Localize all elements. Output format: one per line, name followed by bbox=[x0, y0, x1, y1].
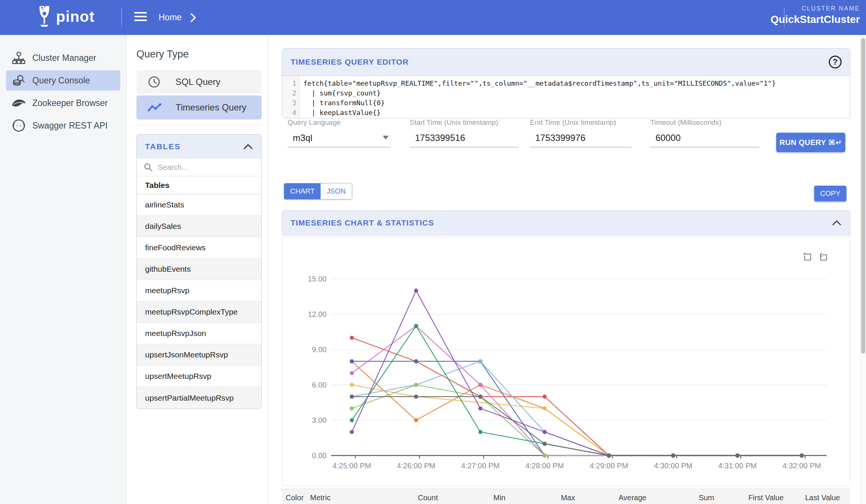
vertical-scrollbar[interactable] bbox=[860, 35, 866, 504]
end-time-input[interactable]: 1753399976 bbox=[530, 133, 631, 143]
table-row[interactable]: meetupRsvpJson bbox=[137, 323, 261, 344]
breadcrumb: Home bbox=[159, 0, 197, 35]
end-time-field: End Time (Unix timestamp) 1753399976 bbox=[530, 118, 631, 147]
query-type-sql[interactable]: SQL Query bbox=[136, 70, 262, 94]
logo-text: pinot bbox=[56, 8, 95, 25]
tables-column-header: Tables bbox=[137, 176, 261, 194]
timeout-input[interactable]: 60000 bbox=[650, 133, 759, 143]
svg-text:12.00: 12.00 bbox=[308, 310, 327, 318]
tables-card-header[interactable]: TABLES bbox=[137, 135, 261, 159]
svg-text:6.00: 6.00 bbox=[312, 381, 327, 389]
search-icon bbox=[144, 163, 153, 172]
help-icon[interactable]: ? bbox=[829, 56, 842, 68]
svg-text:4:27:00 PM: 4:27:00 PM bbox=[461, 462, 500, 470]
timeseries-chart-icon bbox=[148, 103, 161, 112]
table-row[interactable]: upsertJsonMeetupRsvp bbox=[137, 344, 261, 366]
query-console-icon bbox=[11, 73, 26, 88]
tables-list: airlineStatsdailySalesfineFoodReviewsgit… bbox=[137, 194, 261, 409]
timeout-label: Timeout (Milliseconds) bbox=[650, 118, 759, 127]
statistics-table-header: ColorMetricCountMinMaxAverageSumFirst Va… bbox=[282, 489, 850, 504]
stats-column-header: Color bbox=[282, 493, 306, 502]
wine-glass-icon bbox=[36, 5, 53, 28]
breadcrumb-home-link[interactable]: Home bbox=[159, 12, 182, 23]
tables-title: TABLES bbox=[145, 142, 180, 151]
sidebar-item-label: Query Console bbox=[32, 76, 90, 86]
run-query-button[interactable]: RUN QUERY ⌘↵ bbox=[776, 133, 845, 152]
table-row[interactable]: githubEvents bbox=[137, 259, 261, 280]
results-title: TIMESERIES CHART & STATISTICS bbox=[291, 218, 434, 227]
sidebar-item-query-console[interactable]: Query Console bbox=[6, 70, 120, 91]
pinot-logo[interactable]: pinot bbox=[36, 5, 95, 28]
scrollbar-thumb[interactable] bbox=[861, 38, 865, 354]
menu-icon[interactable] bbox=[134, 12, 147, 23]
code-line: | keepLastValue{} bbox=[303, 108, 776, 118]
pinot-app: pinot Home CLUSTER NAME QuickStartCluste… bbox=[0, 0, 866, 504]
reset-zoom-icon[interactable] bbox=[818, 252, 828, 262]
line-number: 3 bbox=[282, 98, 299, 108]
stats-column-header: Max bbox=[509, 493, 579, 502]
cluster-name-label: CLUSTER NAME bbox=[771, 5, 860, 12]
timeseries-chart-panel: 0.003.006.009.0012.0015.004:25:00 PM4:26… bbox=[282, 237, 850, 486]
svg-text:0.00: 0.00 bbox=[312, 451, 327, 460]
table-row[interactable]: fineFoodReviews bbox=[137, 237, 261, 259]
chevron-up-icon bbox=[243, 144, 253, 150]
svg-text:9.00: 9.00 bbox=[312, 345, 327, 354]
start-time-label: Start Time (Unix timestamp) bbox=[410, 118, 519, 127]
query-params-row: Query Language m3ql Start Time (Unix tim… bbox=[268, 118, 866, 175]
svg-text:4:29:00 PM: 4:29:00 PM bbox=[590, 462, 628, 470]
tables-search-row bbox=[137, 159, 261, 176]
view-toggle-row: CHART JSON COPY bbox=[268, 177, 866, 203]
sidebar-item-label: Zookeeper Browser bbox=[32, 98, 108, 108]
header-divider bbox=[121, 8, 122, 27]
zoom-selection-icon[interactable] bbox=[802, 252, 812, 262]
query-type-timeseries[interactable]: Timeseries Query bbox=[136, 95, 262, 120]
chevron-right-icon bbox=[190, 13, 197, 23]
svg-text:4:30:00 PM: 4:30:00 PM bbox=[654, 462, 692, 470]
start-time-input[interactable]: 1753399516 bbox=[410, 133, 519, 143]
chart-json-toggle: CHART JSON bbox=[284, 183, 352, 200]
table-row[interactable]: dailySales bbox=[137, 216, 261, 237]
swagger-api-icon: {··} bbox=[11, 118, 26, 133]
table-row[interactable]: meetupRsvpComplexType bbox=[137, 301, 261, 323]
svg-text:15.00: 15.00 bbox=[308, 275, 327, 283]
timeseries-query-editor-card: TIMESERIES QUERY EDITOR ? 1234 fetch{tab… bbox=[282, 48, 850, 118]
timeout-field: Timeout (Milliseconds) 60000 bbox=[650, 118, 759, 147]
sidebar-item-cluster-manager[interactable]: Cluster Manager bbox=[6, 48, 120, 68]
query-code-editor[interactable]: 1234 fetch{table="meetupRsvp_REALTIME",f… bbox=[282, 76, 850, 118]
stats-column-header: Min bbox=[442, 493, 509, 502]
editor-card-header: TIMESERIES QUERY EDITOR ? bbox=[282, 48, 850, 76]
svg-text:4:32:00 PM: 4:32:00 PM bbox=[783, 462, 821, 470]
collapse-chevron-up-icon[interactable] bbox=[832, 220, 842, 226]
tables-search-input[interactable] bbox=[158, 163, 248, 172]
copy-button[interactable]: COPY bbox=[814, 186, 846, 201]
stats-column-header: First Value bbox=[718, 493, 787, 502]
sidebar-item-label: Swagger REST API bbox=[32, 121, 107, 131]
line-number-gutter: 1234 bbox=[282, 76, 300, 118]
table-row[interactable]: meetupRsvp bbox=[137, 280, 261, 301]
line-number: 2 bbox=[282, 88, 299, 98]
start-time-field: Start Time (Unix timestamp) 1753399516 bbox=[410, 118, 519, 147]
cluster-name-value: QuickStartCluster bbox=[771, 14, 860, 26]
sidebar-item-zookeeper-browser[interactable]: Zookeeper Browser bbox=[6, 93, 120, 113]
table-row[interactable]: upsertPartialMeetupRsvp bbox=[137, 387, 261, 409]
table-row[interactable]: airlineStats bbox=[137, 194, 261, 216]
stats-column-header: Average bbox=[579, 493, 650, 502]
code-line: | transformNull{0} bbox=[303, 98, 776, 108]
query-type-label: SQL Query bbox=[176, 77, 220, 87]
dropdown-arrow-icon bbox=[383, 136, 389, 139]
tab-json[interactable]: JSON bbox=[321, 183, 352, 199]
stats-column-header: Metric bbox=[306, 493, 408, 502]
sidebar-item-label: Cluster Manager bbox=[32, 53, 96, 63]
clock-icon bbox=[148, 76, 161, 88]
timeseries-line-chart[interactable]: 0.003.006.009.0012.0015.004:25:00 PM4:26… bbox=[282, 237, 850, 486]
query-language-select[interactable]: m3ql bbox=[288, 133, 391, 143]
stats-column-header: Sum bbox=[650, 493, 718, 502]
line-number: 1 bbox=[282, 79, 299, 88]
nav-sidebar: Cluster Manager Query Console bbox=[0, 35, 127, 504]
tab-chart[interactable]: CHART bbox=[284, 183, 321, 199]
end-time-label: End Time (Unix timestamp) bbox=[530, 118, 631, 127]
query-language-field: Query Language m3ql bbox=[288, 118, 391, 147]
stats-column-header: Count bbox=[408, 493, 442, 502]
table-row[interactable]: upsertMeetupRsvp bbox=[137, 366, 261, 387]
sidebar-item-swagger-rest-api[interactable]: {··} Swagger REST API bbox=[6, 115, 120, 136]
